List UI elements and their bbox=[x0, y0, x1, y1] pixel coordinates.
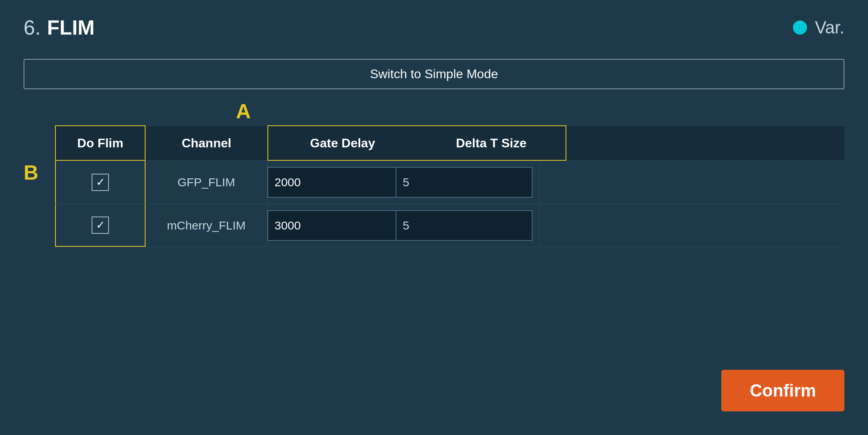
cell-channel-2: mCherry_FLIM bbox=[146, 204, 267, 247]
header-right: Var. bbox=[793, 18, 844, 37]
confirm-button[interactable]: Confirm bbox=[721, 370, 844, 411]
cell-channel-1: GFP_FLIM bbox=[146, 161, 267, 204]
var-label: Var. bbox=[815, 18, 844, 37]
table-row: ✓ GFP_FLIM ▲ ▼ bbox=[55, 161, 844, 204]
col-header-rest bbox=[566, 125, 844, 161]
table-wrapper: B Do Flim Channel Gate Delay Delta T Siz… bbox=[55, 125, 844, 247]
channel-name-2: mCherry_FLIM bbox=[167, 219, 245, 232]
cell-do-flim-2: ✓ bbox=[55, 204, 146, 247]
col-header-do-flim: Do Flim bbox=[55, 125, 146, 161]
header: 6. FLIM Var. bbox=[24, 16, 844, 39]
channel-name-1: GFP_FLIM bbox=[177, 176, 235, 189]
col-header-channel: Channel bbox=[146, 125, 267, 161]
col-header-gate-delay: Gate Delay bbox=[267, 125, 417, 161]
cell-gate-delay-1: ▲ ▼ bbox=[267, 161, 389, 204]
page: 6. FLIM Var. Switch to Simple Mode A B D… bbox=[0, 0, 868, 435]
table-header: Do Flim Channel Gate Delay Delta T Size bbox=[55, 125, 844, 161]
checkbox-row-2[interactable]: ✓ bbox=[92, 217, 109, 234]
cell-do-flim-1: ✓ bbox=[55, 161, 146, 204]
col-header-gate-delay-text: Gate Delay bbox=[310, 136, 375, 151]
step-number: 6. bbox=[24, 16, 41, 39]
header-left: 6. FLIM bbox=[24, 16, 95, 39]
checkbox-row-1[interactable]: ✓ bbox=[92, 174, 109, 191]
delta-t-input-2[interactable] bbox=[396, 210, 533, 241]
cell-gate-delay-2: ▲ ▼ bbox=[267, 204, 389, 247]
col-header-do-flim-text: Do Flim bbox=[77, 136, 123, 151]
page-title: FLIM bbox=[47, 16, 94, 39]
table-row: ✓ mCherry_FLIM ▲ ▼ bbox=[55, 204, 844, 247]
section-b-label: B bbox=[24, 161, 39, 184]
col-header-delta-t: Delta T Size bbox=[417, 125, 566, 161]
switch-mode-button[interactable]: Switch to Simple Mode bbox=[24, 59, 844, 89]
cell-rest-2 bbox=[539, 204, 844, 247]
col-header-channel-text: Channel bbox=[182, 136, 231, 151]
cell-delta-t-2 bbox=[389, 204, 539, 247]
gate-delay-input-wrap-2: ▲ ▼ bbox=[267, 210, 389, 241]
status-indicator bbox=[793, 20, 807, 35]
delta-t-input-1[interactable] bbox=[396, 167, 533, 198]
section-a-label: A bbox=[236, 101, 844, 121]
cell-delta-t-1 bbox=[389, 161, 539, 204]
cell-rest-1 bbox=[539, 161, 844, 204]
col-header-delta-t-text: Delta T Size bbox=[456, 136, 527, 151]
gate-delay-input-wrap-1: ▲ ▼ bbox=[267, 167, 389, 198]
